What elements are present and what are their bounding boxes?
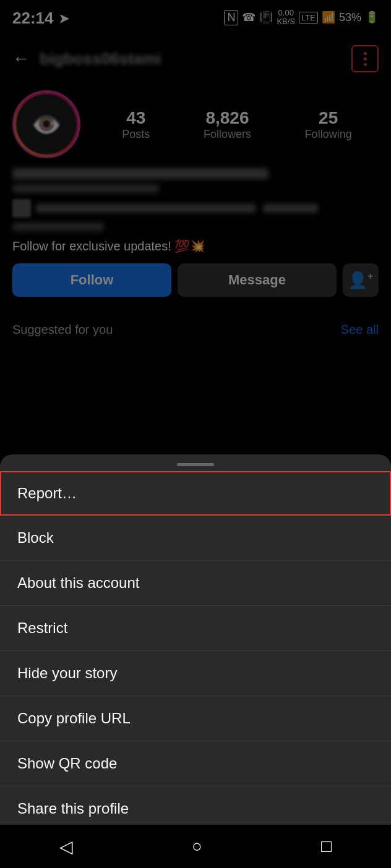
sheet-item-restrict[interactable]: Restrict (0, 606, 391, 651)
nav-home-button[interactable]: ○ (192, 836, 202, 856)
hide-story-label: Hide your story (17, 665, 117, 681)
about-label: About this account (17, 574, 139, 591)
restrict-label: Restrict (17, 619, 67, 636)
share-label: Share this profile (17, 800, 129, 817)
copy-url-label: Copy profile URL (17, 710, 131, 726)
sheet-item-block[interactable]: Block (0, 516, 391, 561)
nav-bar: ◁ ○ □ (0, 825, 391, 868)
block-label: Block (17, 529, 54, 546)
sheet-item-report[interactable]: Report… (0, 471, 391, 516)
nav-back-button[interactable]: ◁ (59, 836, 73, 857)
nav-recent-button[interactable]: □ (321, 836, 332, 856)
sheet-item-about[interactable]: About this account (0, 561, 391, 606)
sheet-handle (0, 454, 391, 471)
sheet-item-qr-code[interactable]: Show QR code (0, 741, 391, 786)
sheet-item-hide-story[interactable]: Hide your story (0, 651, 391, 696)
qr-code-label: Show QR code (17, 755, 117, 772)
bottom-sheet: Report… Block About this account Restric… (0, 454, 391, 868)
handle-bar (177, 463, 214, 466)
sheet-item-copy-url[interactable]: Copy profile URL (0, 696, 391, 741)
report-label: Report… (17, 485, 77, 501)
